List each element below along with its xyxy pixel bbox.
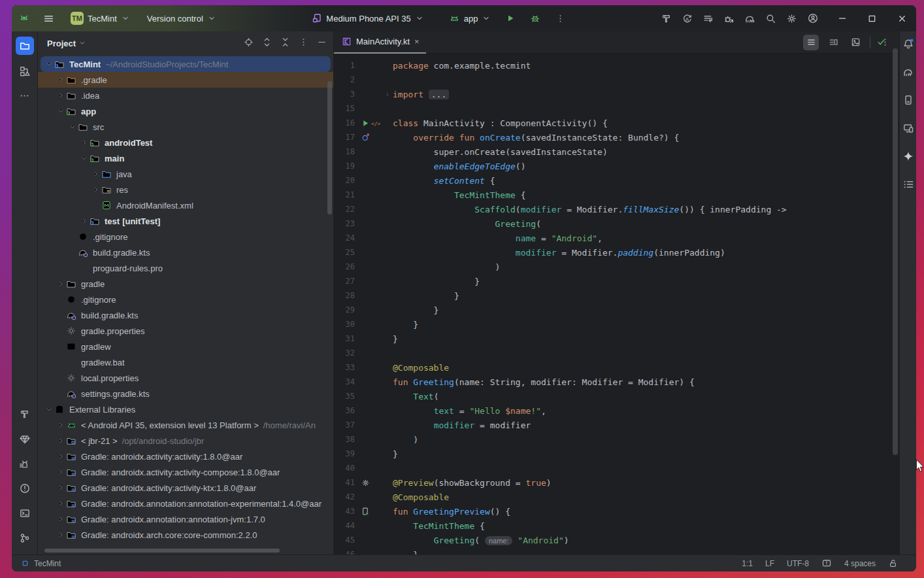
tool-stripe-gemini-button[interactable] bbox=[902, 150, 914, 165]
editor-tab-mainactivity[interactable]: MainActivity.kt × bbox=[334, 31, 426, 54]
main-menu-button[interactable] bbox=[39, 9, 58, 27]
code-line-32[interactable]: 32 bbox=[334, 346, 899, 360]
close-tab-icon[interactable]: × bbox=[414, 37, 420, 46]
project-panel-title[interactable]: Project bbox=[47, 39, 76, 48]
code-line-33[interactable]: 33@Composable bbox=[334, 360, 899, 375]
chevron-down-icon[interactable] bbox=[67, 123, 78, 131]
chevron-right-icon[interactable] bbox=[90, 186, 101, 194]
device-selector[interactable]: Medium Phone API 35 bbox=[308, 10, 427, 26]
unlock-icon[interactable] bbox=[888, 558, 898, 568]
account-button[interactable] bbox=[804, 9, 822, 27]
tree-row-gradle-androidx.activity-activity-1.8.0-aar[interactable]: Gradle: androidx.activity:activity:1.8.0… bbox=[38, 449, 333, 464]
code-line-3[interactable]: 3import ... bbox=[334, 87, 899, 101]
tree-row-.gitignore[interactable]: .gitignore bbox=[38, 292, 333, 307]
tree-row-proguard-rules.pro[interactable]: proguard-rules.pro bbox=[38, 260, 333, 276]
tree-row-gradle-androidx.activity-activity-ktx-1.8.0-aar[interactable]: Gradle: androidx.activity:activity-ktx:1… bbox=[38, 480, 333, 496]
project-panel-hide-button[interactable] bbox=[317, 37, 327, 49]
tool-stripe-device-manager-button[interactable] bbox=[902, 122, 914, 137]
attach-debugger-button[interactable] bbox=[720, 9, 738, 27]
code-line-1[interactable]: 1package com.example.tecmint bbox=[334, 58, 899, 73]
tool-stripe-gradle-button[interactable] bbox=[902, 66, 914, 80]
tree-row-src[interactable]: src bbox=[38, 119, 333, 135]
tool-stripe-resource-gem-button[interactable] bbox=[19, 433, 31, 447]
tool-stripe-project-button[interactable] bbox=[16, 37, 34, 55]
code-line-37[interactable]: 37 modifier = modifier bbox=[334, 418, 899, 432]
chevron-right-icon[interactable] bbox=[55, 531, 66, 539]
code-line-31[interactable]: 31} bbox=[334, 332, 899, 346]
tool-stripe-terminal-button[interactable] bbox=[19, 507, 31, 522]
chevron-down-icon[interactable] bbox=[43, 60, 54, 68]
apply-code-changes-button[interactable] bbox=[699, 9, 718, 27]
tool-stripe-version-control-button[interactable] bbox=[19, 532, 31, 547]
build-hammer-button[interactable] bbox=[657, 9, 676, 27]
code-line-42[interactable]: 42@Composable bbox=[334, 490, 899, 504]
chevron-right-icon[interactable] bbox=[55, 468, 66, 476]
project-tree-horizontal-scrollbar[interactable] bbox=[44, 549, 280, 552]
preview-icon[interactable] bbox=[361, 507, 371, 516]
code-line-17[interactable]: 17 override fun onCreate(savedInstanceSt… bbox=[334, 130, 899, 144]
caret-position[interactable]: 1:1 bbox=[742, 559, 753, 568]
code-line-29[interactable]: 29 } bbox=[334, 303, 899, 317]
tool-stripe-problems-button[interactable] bbox=[19, 483, 31, 497]
tree-row-java[interactable]: java bbox=[38, 166, 333, 182]
chevron-right-icon[interactable] bbox=[55, 76, 66, 84]
code-line-24[interactable]: 24 name = "Android", bbox=[334, 231, 899, 245]
tool-stripe-more-tools-button[interactable] bbox=[19, 90, 30, 104]
tree-row-.gitignore[interactable]: .gitignore bbox=[38, 229, 333, 245]
code-line-40[interactable]: 40 bbox=[334, 461, 899, 475]
code-view-button[interactable] bbox=[803, 35, 819, 50]
chevron-right-icon[interactable] bbox=[55, 500, 66, 507]
tool-stripe-running-devices-button[interactable] bbox=[902, 94, 914, 109]
tree-row-.idea[interactable]: .idea bbox=[38, 88, 333, 103]
code-line-18[interactable]: 18 super.onCreate(savedInstanceState) bbox=[334, 144, 899, 159]
apply-changes-button[interactable]: A bbox=[678, 9, 697, 27]
project-panel-more-button[interactable] bbox=[299, 37, 308, 49]
run-icon[interactable] bbox=[361, 119, 370, 128]
code-editor[interactable]: 1package com.example.tecmint23import ...… bbox=[334, 54, 899, 554]
code-line-26[interactable]: 26 ) bbox=[334, 260, 899, 274]
compose-icon[interactable]: </> bbox=[371, 118, 381, 128]
code-line-34[interactable]: 34fun Greeting(name: String, modifier: M… bbox=[334, 375, 899, 389]
chevron-right-icon[interactable] bbox=[55, 280, 66, 288]
code-line-22[interactable]: 22 Scaffold(modifier = Modifier.fillMaxS… bbox=[334, 202, 899, 216]
code-line-43[interactable]: 43fun GreetingPreview() { bbox=[334, 504, 899, 518]
vcs-widget[interactable]: Version control bbox=[143, 11, 220, 26]
more-run-actions-button[interactable] bbox=[551, 9, 569, 27]
tree-row-gradlew.bat[interactable]: gradlew.bat bbox=[38, 354, 333, 370]
chevron-right-icon[interactable] bbox=[55, 452, 66, 460]
chevron-right-icon[interactable] bbox=[55, 421, 66, 429]
project-panel-collapse-all-button[interactable] bbox=[280, 37, 290, 49]
tree-row-gradle-androidx.annotation-annotation-experimental-1.4.0-aar[interactable]: Gradle: androidx.annotation:annotation-e… bbox=[38, 496, 333, 511]
code-line-23[interactable]: 23 Greeting( bbox=[334, 216, 899, 231]
code-line-25[interactable]: 25 modifier = Modifier.padding(innerPadd… bbox=[334, 245, 899, 260]
tree-row-settings.gradle.kts[interactable]: settings.gradle.kts bbox=[38, 386, 333, 401]
gradle-sync-button[interactable] bbox=[741, 9, 759, 27]
tree-row-build.gradle.kts[interactable]: build.gradle.kts bbox=[38, 307, 333, 323]
tree-row--android-api-35-extension-level-13-platform-[interactable]: < Android API 35, extension level 13 Pla… bbox=[38, 417, 333, 433]
gear-icon[interactable] bbox=[361, 479, 370, 487]
tree-row-.gradle[interactable]: .gradle bbox=[38, 72, 333, 88]
code-line-27[interactable]: 27 } bbox=[334, 274, 899, 288]
run-config-selector[interactable]: app bbox=[445, 10, 495, 27]
code-line-41[interactable]: 41@Preview(showBackground = true) bbox=[334, 475, 899, 490]
chevron-right-icon[interactable] bbox=[90, 170, 101, 178]
highlight-level-icon[interactable] bbox=[821, 558, 832, 569]
tree-row-build.gradle.kts[interactable]: build.gradle.kts bbox=[38, 245, 333, 260]
chevron-down-icon[interactable] bbox=[43, 405, 54, 413]
chevron-right-icon[interactable] bbox=[55, 92, 66, 99]
chevron-right-icon[interactable] bbox=[55, 484, 66, 492]
chevron-right-icon[interactable] bbox=[78, 139, 90, 146]
tool-stripe-structure-view-button[interactable] bbox=[902, 178, 914, 193]
fold-marker-icon[interactable] bbox=[384, 91, 393, 98]
code-line-45[interactable]: 45 Greeting( name: "Android") bbox=[334, 533, 899, 547]
tree-row-res[interactable]: res bbox=[38, 182, 333, 197]
code-line-16[interactable]: 16</>class MainActivity : ComponentActiv… bbox=[334, 116, 899, 130]
inspections-ok-icon[interactable] bbox=[876, 37, 886, 47]
tree-row-test[interactable]: test [unitTest] bbox=[38, 213, 333, 229]
code-line-20[interactable]: 20 setContent { bbox=[334, 173, 899, 188]
chevron-right-icon[interactable] bbox=[55, 515, 66, 523]
code-line-28[interactable]: 28 } bbox=[334, 288, 899, 303]
design-view-button[interactable] bbox=[848, 35, 863, 50]
search-button[interactable] bbox=[762, 9, 780, 27]
tree-row-tecmint[interactable]: TecMint ~/AndroidStudioProjects/TecMint bbox=[41, 56, 331, 72]
